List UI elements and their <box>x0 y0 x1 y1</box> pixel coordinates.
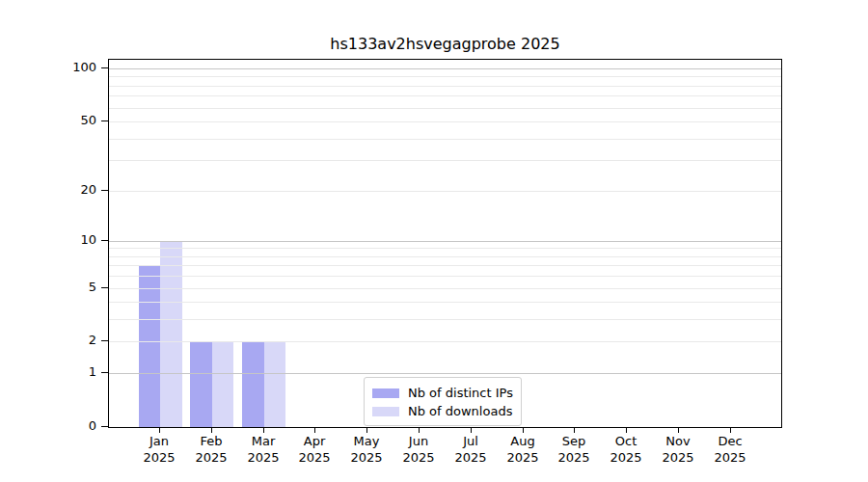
y-tick <box>101 287 108 288</box>
gridline-minor <box>109 139 781 140</box>
gridline-minor <box>109 265 781 266</box>
gridline-major <box>109 241 781 242</box>
gridline-minor <box>109 341 781 342</box>
y-tick <box>101 240 108 241</box>
legend-label-distinct-ips: Nb of distinct IPs <box>408 384 513 402</box>
y-tick-label: 100 <box>54 60 96 75</box>
gridline-major <box>109 373 781 374</box>
legend-item-downloads: Nb of downloads <box>372 402 513 420</box>
gridline-minor <box>109 86 781 87</box>
y-tick-label: 20 <box>54 182 96 198</box>
y-tick-label: 5 <box>54 280 96 295</box>
plot-area: Nb of distinct IPs Nb of downloads <box>108 59 782 428</box>
legend-swatch-distinct-ips <box>372 388 399 398</box>
legend-label-downloads: Nb of downloads <box>408 402 512 420</box>
legend: Nb of distinct IPs Nb of downloads <box>364 377 522 426</box>
x-tick-label: Dec 2025 <box>699 433 761 466</box>
grid-layer <box>109 60 781 427</box>
y-tick-label: 10 <box>54 232 96 248</box>
y-tick-label: 2 <box>54 333 96 348</box>
y-tick <box>101 372 108 373</box>
y-tick <box>101 67 108 68</box>
y-tick <box>101 426 108 427</box>
y-tick-label: 0 <box>54 418 96 434</box>
legend-swatch-downloads <box>372 407 399 416</box>
y-tick <box>101 120 108 121</box>
y-tick <box>101 340 108 341</box>
y-tick-label: 50 <box>54 113 96 128</box>
y-tick <box>101 190 108 191</box>
y-tick-label: 1 <box>54 364 96 380</box>
gridline-minor <box>109 256 781 257</box>
gridline-minor <box>109 95 781 96</box>
gridline-minor <box>109 76 781 77</box>
gridline-minor <box>109 276 781 277</box>
gridline-minor <box>109 191 781 192</box>
gridline-minor <box>109 319 781 320</box>
legend-item-distinct-ips: Nb of distinct IPs <box>372 384 513 402</box>
chart-figure: hs133av2hsvegagprobe 2025 Nb of distinct… <box>0 0 868 482</box>
gridline-minor <box>109 288 781 289</box>
gridline-minor <box>109 160 781 161</box>
gridline-major <box>109 68 781 69</box>
chart-title: hs133av2hsvegagprobe 2025 <box>108 35 782 54</box>
gridline-minor <box>109 108 781 109</box>
gridline-minor <box>109 121 781 122</box>
gridline-minor <box>109 248 781 249</box>
gridline-minor <box>109 302 781 303</box>
